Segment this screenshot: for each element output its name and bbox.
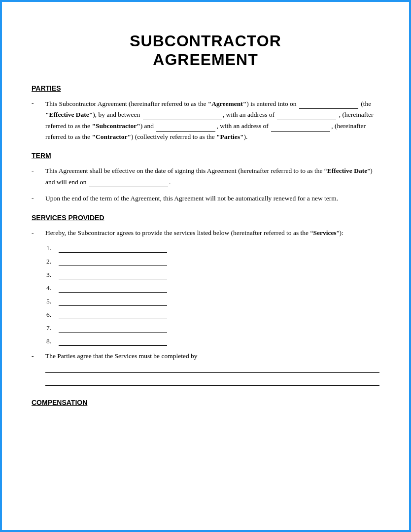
service-item-1: 1. [46, 244, 379, 253]
term-bullet2: - Upon the end of the term of the Agreem… [32, 193, 379, 204]
term-text1: This Agreement shall be effective on the… [45, 166, 379, 187]
service-item-3: 3. [46, 271, 379, 279]
term-bullet1: - This Agreement shall be effective on t… [32, 166, 379, 187]
service-blank-8 [59, 337, 167, 346]
services-heading: SERVICES PROVIDED [32, 214, 379, 222]
compensation-heading: COMPENSATION [32, 399, 379, 406]
service-item-2: 2. [46, 258, 379, 266]
page-container: SUBCONTRACTOR AGREEMENT PARTIES - This S… [0, 0, 411, 532]
title-line2: AGREEMENT [153, 51, 258, 68]
services-bullet: - Hereby, the Subcontractor agrees to pr… [32, 228, 379, 238]
party1-address-blank [277, 109, 336, 120]
bullet-dash-5: - [32, 351, 41, 362]
term-heading: TERM [32, 152, 379, 160]
parties-heading: PARTIES [32, 84, 379, 92]
party2-address-blank [271, 120, 330, 132]
service-blank-4 [59, 284, 167, 293]
completion-text: The Parties agree that the Services must… [45, 351, 379, 389]
service-item-7: 7. [46, 324, 379, 332]
term-text2: Upon the end of the term of the Agreemen… [45, 193, 379, 204]
service-blank-3 [59, 271, 167, 279]
service-item-4: 4. [46, 284, 379, 293]
service-item-5: 5. [46, 298, 379, 306]
party2-name-blank [156, 120, 215, 132]
completion-bullet: - The Parties agree that the Services mu… [32, 351, 379, 389]
completion-line-1 [45, 363, 379, 373]
end-date-blank [89, 176, 168, 188]
service-item-8: 8. [46, 337, 379, 346]
service-blank-2 [59, 258, 167, 266]
effective-date-blank [299, 98, 358, 109]
completion-line-2 [45, 376, 379, 386]
completion-lines [45, 363, 379, 386]
service-blank-5 [59, 298, 167, 306]
title-line1: SUBCONTRACTOR [130, 32, 281, 50]
parties-text: This Subcontractor Agreement (hereinafte… [45, 98, 379, 142]
party1-name-blank [143, 109, 222, 120]
services-intro: Hereby, the Subcontractor agrees to prov… [45, 228, 379, 238]
services-list: 1. 2. 3. 4. 5. 6. 7. 8. [46, 244, 379, 346]
bullet-dash-4: - [32, 228, 41, 238]
service-blank-6 [59, 311, 167, 319]
document-title: SUBCONTRACTOR AGREEMENT [32, 32, 379, 69]
bullet-dash-3: - [32, 193, 41, 204]
bullet-dash-2: - [32, 166, 41, 176]
parties-bullet: - This Subcontractor Agreement (hereinaf… [32, 98, 379, 142]
bullet-dash: - [32, 98, 41, 109]
service-blank-1 [59, 244, 167, 253]
service-blank-7 [59, 324, 167, 332]
service-item-6: 6. [46, 311, 379, 319]
